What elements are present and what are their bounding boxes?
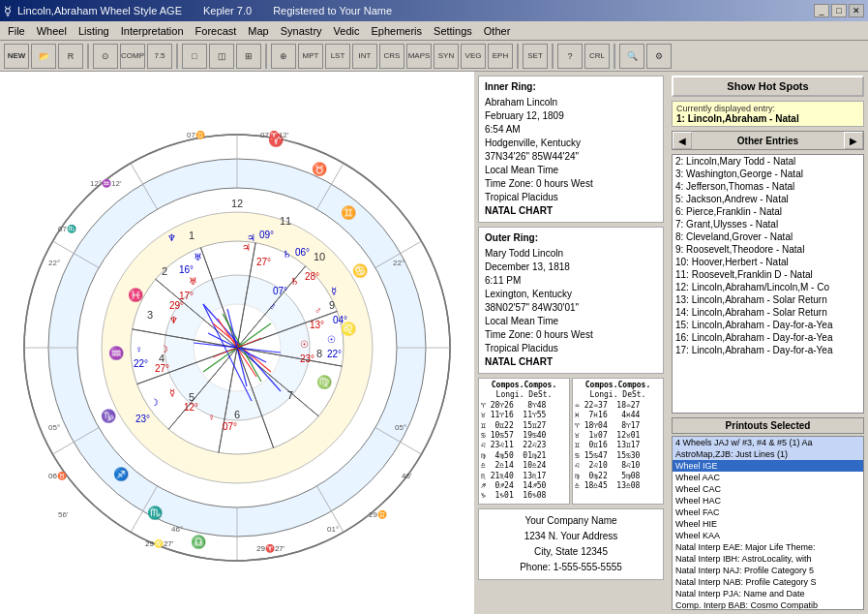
entries-next-button[interactable]: ▶ [844, 132, 863, 149]
svg-text:23°: 23° [300, 353, 314, 364]
svg-text:29♊: 29♊ [369, 509, 387, 519]
printouts-list[interactable]: 4 Wheels JAJ w/ #3, #4 & #5 (1) AaAstroM… [672, 436, 864, 610]
printout-item[interactable]: AstroMap,ZJB: Just Lines (1) [673, 448, 863, 460]
main-content: 12 11 10 9 8 7 6 5 4 3 2 1 ♈ ♉ ♊ ♋ ♌ [0, 72, 868, 614]
toolbar-open[interactable]: 📂 [31, 44, 56, 69]
show-hotspots-button[interactable]: Show Hot Spots [672, 76, 864, 97]
menu-item-ephemeris[interactable]: Ephemeris [365, 23, 428, 39]
menu-item-forecast[interactable]: Forecast [190, 23, 243, 39]
toolbar-crs[interactable]: CRS [379, 44, 404, 69]
close-button[interactable]: ✕ [849, 4, 864, 17]
entry-item[interactable]: 11: Roosevelt,Franklin D - Natal [673, 268, 863, 281]
toolbar-lst[interactable]: LST [325, 44, 350, 69]
toolbar-sep6 [614, 44, 615, 69]
menu-item-wheel[interactable]: Wheel [31, 23, 73, 39]
toolbar-c1[interactable]: ⊕ [271, 44, 296, 69]
entry-item[interactable]: 2: Lincoln,Mary Todd - Natal [673, 155, 863, 168]
menu-item-vedic[interactable]: Vedic [328, 23, 366, 39]
menu-item-other[interactable]: Other [478, 23, 517, 39]
printout-item[interactable]: Wheel IGE [673, 460, 863, 472]
entry-item[interactable]: 10: Hoover,Herbert - Natal [673, 256, 863, 268]
toolbar-syn[interactable]: SYN [434, 44, 459, 69]
printout-item[interactable]: Natal Interp EAE: Major Life Theme: [673, 541, 863, 553]
printout-item[interactable]: Natal Interp PJA: Name and Date [673, 588, 863, 599]
printout-item[interactable]: Wheel FAC [673, 507, 863, 518]
toolbar-b2[interactable]: ◫ [209, 44, 234, 69]
toolbar-int[interactable]: INT [352, 44, 377, 69]
toolbar-search[interactable]: 🔍 [619, 44, 644, 69]
toolbar-save[interactable]: R [58, 44, 83, 69]
maximize-button[interactable]: □ [831, 4, 847, 17]
entry-item[interactable]: 6: Pierce,Franklin - Natal [673, 205, 863, 218]
printout-item[interactable]: Natal Interp NAB: Profile Category S [673, 576, 863, 588]
titlebar-controls: _ □ ✕ [814, 4, 864, 17]
toolbar-help[interactable]: ? [557, 44, 583, 69]
svg-text:05°: 05° [48, 423, 60, 432]
entry-item[interactable]: 17: Lincoln,Abraham - Day-for-a-Yea [673, 344, 863, 356]
entry-item[interactable]: 13: Lincoln,Abraham - Solar Return [673, 293, 863, 306]
toolbar-crl[interactable]: CRL [584, 44, 610, 69]
registered-text: Registered to Your Name [273, 5, 392, 16]
svg-text:06♉: 06♉ [48, 471, 67, 480]
svg-text:09°: 09° [259, 230, 274, 240]
toolbar-maps[interactable]: MAPS [406, 44, 432, 69]
minimize-button[interactable]: _ [814, 4, 829, 17]
printout-item[interactable]: Wheel HIE [673, 518, 863, 530]
entry-item[interactable]: 15: Lincoln,Abraham - Day-for-a-Yea [673, 319, 863, 331]
svg-text:7: 7 [287, 389, 293, 401]
toolbar-b1[interactable]: □ [182, 44, 207, 69]
entry-item[interactable]: 4: Jefferson,Thomas - Natal [673, 180, 863, 193]
astrology-chart[interactable]: 12 11 10 9 8 7 6 5 4 3 2 1 ♈ ♉ ♊ ♋ ♌ [0, 72, 474, 614]
svg-text:♑: ♑ [101, 408, 117, 424]
toolbar-b3[interactable]: ⊞ [236, 44, 261, 69]
svg-text:♄: ♄ [290, 276, 299, 287]
printout-item[interactable]: Natal Interp IBH: AstroLocality, with [673, 553, 863, 565]
svg-text:☿: ☿ [169, 387, 175, 398]
toolbar-veg[interactable]: VEG [461, 44, 486, 69]
entry-item[interactable]: 9: Roosevelt,Theodore - Natal [673, 243, 863, 256]
entry-item[interactable]: 3: Washington,George - Natal [673, 168, 863, 180]
printout-item[interactable]: Wheel CAC [673, 483, 863, 495]
menubar: FileWheelListingInterpretationForecastMa… [0, 21, 868, 41]
compos-row: Compos.Compos. Longi. DeSt. ♈ 28♈26 8♈48… [478, 378, 664, 505]
entry-item[interactable]: 14: Lincoln,Abraham - Solar Return [673, 306, 863, 319]
printout-item[interactable]: Natal Interp NAJ: Profile Category 5 [673, 565, 863, 576]
printout-item[interactable]: Wheel HAC [673, 495, 863, 507]
toolbar-comp[interactable]: COMP [120, 44, 145, 69]
menu-item-settings[interactable]: Settings [428, 23, 478, 39]
toolbar-chart[interactable]: ⊙ [93, 44, 118, 69]
titlebar: ☿ Lincoln,Abraham Wheel Style AGE Kepler… [0, 0, 868, 21]
toolbar-new[interactable]: NEW [4, 44, 29, 69]
printout-item[interactable]: 4 Wheels JAJ w/ #3, #4 & #5 (1) Aa [673, 437, 863, 448]
printout-item[interactable]: Wheel AAC [673, 472, 863, 483]
printouts-header: Printouts Selected [672, 417, 864, 434]
toolbar-set[interactable]: SET [523, 44, 548, 69]
entry-item[interactable]: 5: Jackson,Andrew - Natal [673, 193, 863, 205]
menu-item-map[interactable]: Map [242, 23, 274, 39]
menu-item-file[interactable]: File [2, 23, 31, 39]
entry-item[interactable]: 12: Lincoln,Abraham/Lincoln,M - Co [673, 281, 863, 293]
entries-prev-button[interactable]: ◀ [673, 132, 692, 149]
entries-list[interactable]: 2: Lincoln,Mary Todd - Natal3: Washingto… [672, 154, 864, 414]
entry-item[interactable]: 7: Grant,Ulysses - Natal [673, 218, 863, 230]
entry-item[interactable]: 16: Lincoln,Abraham - Day-for-a-Yea [673, 331, 863, 344]
svg-text:♀: ♀ [135, 344, 143, 354]
toolbar-gear[interactable]: ⚙ [646, 44, 672, 69]
menu-item-listing[interactable]: Listing [73, 23, 115, 39]
toolbar-75[interactable]: 7.5 [147, 44, 172, 69]
svg-text:♋: ♋ [352, 262, 369, 279]
entry-item[interactable]: 8: Cleveland,Grover - Natal [673, 230, 863, 243]
svg-text:♍: ♍ [316, 374, 333, 390]
company-phone: Phone: 1-555-555-5555 [485, 560, 657, 575]
toolbar-eph[interactable]: EPH [488, 44, 513, 69]
printout-item[interactable]: Wheel KAA [673, 530, 863, 541]
svg-text:29°: 29° [169, 300, 184, 311]
svg-text:♊: ♊ [341, 204, 357, 221]
menu-item-synastry[interactable]: Synastry [275, 23, 328, 39]
svg-text:♅: ♅ [189, 276, 197, 287]
printout-item[interactable]: Comp. Interp BAB: Cosmo Compatib [673, 599, 863, 610]
toolbar-mpt[interactable]: MPT [298, 44, 323, 69]
menu-item-interpretation[interactable]: Interpretation [115, 23, 190, 39]
inner-ring-title: Inner Ring: [485, 80, 657, 94]
toolbar: NEW 📂 R ⊙ COMP 7.5 □ ◫ ⊞ ⊕ MPT LST INT C… [0, 41, 868, 72]
